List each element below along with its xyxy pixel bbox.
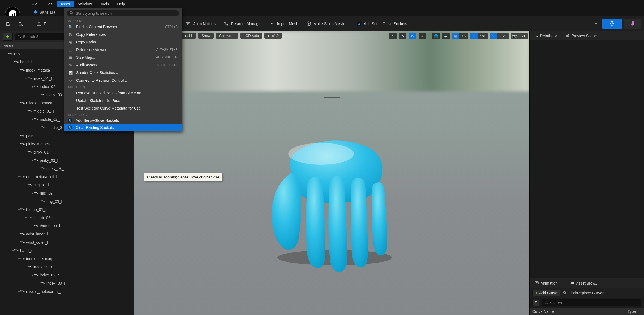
menu-window[interactable]: Window: [74, 1, 96, 7]
rotate-tool[interactable]: ⟳: [409, 33, 416, 39]
bone-row[interactable]: ▾ring_01_l: [0, 181, 134, 189]
svg-rect-3: [36, 11, 37, 13]
bone-row[interactable]: ▾index_metacarpal_r: [0, 255, 134, 263]
menu-test-skeleton-curve-metadata[interactable]: Test Skeleton Curve Metadata for Use: [64, 104, 182, 112]
svg-point-17: [18, 35, 20, 37]
menu-size-map[interactable]: ▦Size Map...ALT+SHIFT+M: [64, 54, 182, 61]
bone-row[interactable]: ▾middle_metacarpal_r: [0, 287, 134, 296]
add-curve-button[interactable]: +Add Curve: [532, 290, 560, 296]
import-mesh-button[interactable]: Import Mesh: [267, 19, 301, 28]
bone-row[interactable]: wrist_inner_l: [0, 230, 134, 238]
bone-row[interactable]: index_03_r: [0, 279, 134, 287]
bone-row[interactable]: ▾hand_r: [0, 246, 134, 255]
bone-row[interactable]: ▾pinky_01_l: [0, 148, 134, 156]
bone-icon: [20, 174, 26, 180]
svg-point-14: [611, 21, 613, 22]
drag-handle[interactable]: [324, 97, 340, 98]
svg-rect-104: [42, 282, 44, 283]
skeleton-mode-button[interactable]: [602, 19, 622, 29]
menu-clear-existing-sockets[interactable]: UClear Existing Sockets: [64, 124, 182, 131]
make-static-mesh-button[interactable]: Make Static Mesh: [303, 19, 347, 28]
add-bone-button[interactable]: +: [3, 33, 13, 41]
bone-icon: [34, 223, 39, 229]
bone-row[interactable]: ▾thumb_02_l: [0, 214, 134, 222]
menu-reference-viewer[interactable]: ⬚Reference Viewer...ALT+SHIFT+R: [64, 46, 182, 54]
browse-button[interactable]: [16, 19, 27, 28]
find-replace-curves[interactable]: Find/Replace Curves..: [563, 291, 606, 295]
scale-snap[interactable]: ⇲0,25: [490, 33, 509, 39]
svg-point-0: [35, 10, 36, 11]
retarget-manager-button[interactable]: Retarget Manager: [221, 19, 265, 28]
viewport-tools-right: ↖ ✥ ⟳ ⤢ 🌐 ◆ ⊞10 ∠10° ⇲0,25 📷0,1: [389, 33, 528, 39]
menu-copy-references[interactable]: ⎘Copy References: [64, 31, 182, 38]
preview-mesh-button[interactable]: P: [34, 19, 49, 28]
curve-name-column[interactable]: Curve Name: [530, 308, 625, 315]
animation-tab[interactable]: Animation...: [532, 279, 563, 287]
bone-row[interactable]: ▾ring_metacarpal_l: [0, 173, 134, 181]
svg-rect-71: [35, 192, 37, 193]
menu-add-senseglove-sockets[interactable]: UAdd SenseGlove Sockets: [64, 117, 182, 124]
menu-search-input[interactable]: Start typing to search: [67, 10, 179, 16]
bone-row[interactable]: ▾pinky_02_l: [0, 156, 134, 164]
svg-rect-80: [29, 216, 31, 217]
search-icon: [563, 291, 567, 295]
mesh-mode-button[interactable]: [624, 19, 641, 29]
right-panel: Details× Preview Scene Animation... Asse…: [529, 31, 644, 315]
preview-scene-tab[interactable]: Preview Scene: [563, 32, 599, 40]
bone-row[interactable]: ring_03_l: [0, 197, 134, 205]
menu-shader-cook-statistics[interactable]: 📊Shader Cook Statistics...: [64, 69, 182, 76]
menu-help[interactable]: Help: [113, 1, 129, 7]
curve-search-input[interactable]: Search: [542, 299, 641, 306]
menu-tools[interactable]: Tools: [96, 1, 113, 7]
menu-asset[interactable]: Asset: [57, 1, 74, 7]
close-tab-icon[interactable]: ×: [555, 34, 557, 38]
svg-rect-62: [42, 167, 44, 168]
menu-update-skeleton-refpose[interactable]: Update Skeleton RefPose: [64, 97, 182, 104]
show-pill[interactable]: Show: [198, 33, 214, 39]
bone-row[interactable]: pinky_03_l: [0, 164, 134, 173]
menu-audit-assets[interactable]: ✎Audit Assets...ALT+SHIFT+A: [64, 61, 182, 69]
bone-label: ring_metacarpal_l: [26, 175, 57, 179]
bone-row[interactable]: ▾index_02_r: [0, 271, 134, 279]
save-button[interactable]: [3, 19, 14, 28]
senseglove-icon: U: [68, 118, 72, 123]
scale-tool[interactable]: ⤢: [419, 33, 426, 39]
menu-connect-revision-control[interactable]: ⎋Connect to Revision Control...: [64, 76, 182, 84]
curve-type-column[interactable]: Type: [625, 308, 644, 315]
bone-row[interactable]: ▾index_01_r: [0, 263, 134, 271]
character-pill[interactable]: Character: [216, 33, 238, 39]
menu-remove-unused-bones[interactable]: Remove Unused Bones from Skeleton: [64, 89, 182, 97]
document-tab[interactable]: SKM_Ma: [31, 9, 58, 16]
bone-row[interactable]: thumb_03_l: [0, 222, 134, 230]
camera-speed[interactable]: 📷0,1: [511, 33, 528, 39]
menu-find-in-content-browser[interactable]: 🔍Find in Content Browser...CTRL+B: [64, 23, 182, 31]
world-local-toggle[interactable]: 🌐: [432, 33, 440, 39]
add-senseglove-sockets-button[interactable]: UAdd SenseGlove Sockets: [354, 19, 410, 28]
lod-pill[interactable]: LOD Auto: [240, 33, 262, 39]
plus-icon: +: [535, 291, 538, 295]
anim-notifies-button[interactable]: Anim Notifies: [183, 19, 218, 28]
asset-browser-tab[interactable]: Asset Brow...: [568, 279, 601, 287]
menu-edit[interactable]: Edit: [42, 1, 57, 7]
grid-snap[interactable]: ⊞10: [452, 33, 468, 39]
menu-copy-paths[interactable]: ⎘Copy Paths: [64, 38, 182, 46]
overflow-button[interactable]: »: [592, 19, 600, 28]
bone-row[interactable]: ▾thumb_01_l: [0, 205, 134, 214]
bone-row[interactable]: ▾ring_02_l: [0, 189, 134, 197]
angle-snap[interactable]: ∠10°: [470, 33, 488, 39]
svg-rect-4: [35, 13, 35, 14]
menu-file[interactable]: File: [27, 1, 42, 7]
translate-tool[interactable]: ✥: [399, 33, 406, 39]
bone-row[interactable]: wrist_outer_l: [0, 238, 134, 246]
select-tool[interactable]: ↖: [389, 33, 397, 39]
details-tab[interactable]: Details×: [532, 32, 559, 40]
sun-icon: ◐: [185, 34, 188, 38]
bone-row[interactable]: ▾pinky_metaca: [0, 140, 134, 148]
playrate-pill[interactable]: ▶x1,0: [264, 33, 282, 39]
lit-pill[interactable]: ◐Lit: [181, 33, 196, 39]
svg-point-16: [632, 21, 634, 22]
bone-row[interactable]: palm_l: [0, 132, 134, 140]
bone-icon: [27, 149, 33, 155]
filter-button[interactable]: [532, 300, 539, 306]
surface-snap[interactable]: ◆: [442, 33, 450, 39]
